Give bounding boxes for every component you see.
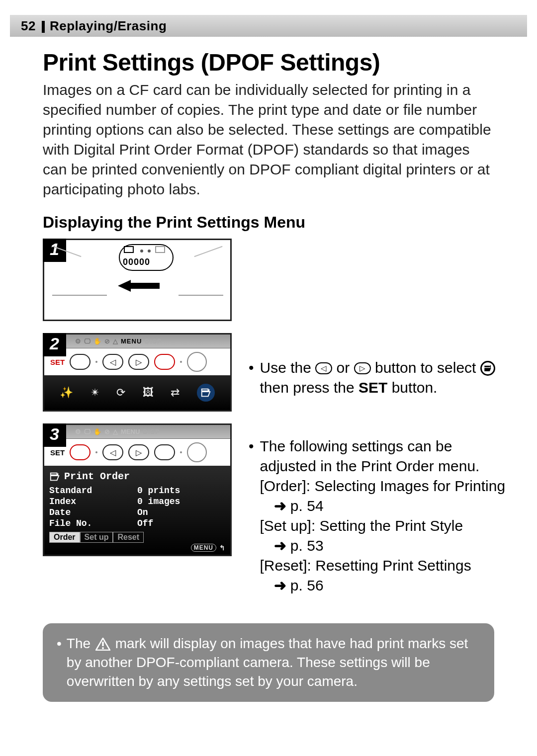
tab-icon: 🖵 (84, 428, 90, 435)
left-button-inline-icon: ◁ (315, 362, 332, 374)
menu-item-icon: 🖼 (143, 386, 154, 399)
menu-pill: MENU (191, 544, 216, 552)
print-order-menu-icon (197, 384, 215, 402)
set-label: SET (50, 448, 65, 457)
svg-rect-0 (102, 642, 103, 646)
step-3-badge: 3 (43, 423, 66, 447)
screen-row: Standard0 prints (49, 485, 225, 496)
disp-button-icon (187, 442, 207, 462)
menu-item-icon: ✨ (60, 386, 73, 399)
tab-icon: ⊘ (104, 337, 110, 345)
playback-icon (124, 246, 134, 253)
tab-icon: 🖵 (84, 337, 90, 345)
ref-item: [Set up]: Setting the Print Style (260, 516, 512, 536)
step-3-instruction: • The following settings can be adjusted… (249, 436, 512, 595)
tab-icon: ⊘ (104, 428, 110, 435)
menu-button-icon (154, 444, 175, 460)
ref-item: [Reset]: Resetting Print Settings (260, 556, 512, 576)
menu-item-icon: ✴ (90, 386, 99, 399)
menu-item-icon: ⟳ (116, 386, 125, 399)
page-title: Print Settings (DPOF Settings) (43, 49, 512, 76)
tab-icon: △ (113, 337, 118, 345)
ref-item: [Order]: Selecting Images for Printing (260, 476, 512, 496)
frame-counter: 00000 (123, 257, 150, 267)
sub-heading: Displaying the Print Settings Menu (43, 213, 512, 232)
set-label: SET (50, 358, 65, 366)
disp-label: DISP (143, 428, 160, 435)
set-button-icon (70, 444, 90, 460)
step-2-instruction: • Use the ◁ or ▷ button to select then p… (249, 358, 512, 398)
menu-label: MENU (121, 337, 142, 345)
screen-tabs: Order Set up Reset (49, 532, 225, 543)
step-3-figure: 3 ⚙ 🖵 ✋ ⊘ △ MENU DISP SET (43, 423, 232, 556)
print-order-screen: Print Order Standard0 prints Index0 imag… (44, 466, 230, 555)
ref-arrow-icon: ➜ (274, 537, 286, 554)
left-button-icon: ◁ (102, 354, 123, 370)
tab-icon: ⚙ (75, 428, 81, 435)
left-button-icon: ◁ (102, 444, 123, 460)
tab-setup: Set up (80, 532, 113, 543)
step-2-figure: 2 ⚙ 🖵 ✋ ⊘ △ MENU DISP SET (43, 333, 232, 412)
tab-order: Order (49, 532, 80, 543)
right-button-icon: ▷ (128, 444, 149, 460)
right-button-inline-icon: ▷ (354, 362, 371, 374)
back-icon: ↰ (219, 544, 225, 552)
menu-icon-row: ✨ ✴ ⟳ 🖼 ⇄ (44, 375, 230, 410)
tab-icon: ✋ (93, 428, 101, 435)
menu-label-dim: MENU (121, 428, 140, 435)
slide-arrow-icon (118, 280, 158, 292)
set-bold: SET (358, 379, 387, 396)
ref-arrow-icon: ➜ (274, 498, 286, 514)
running-header: 52 Replaying/Erasing (10, 15, 527, 37)
tab-icon: ⚙ (75, 337, 81, 345)
tab-reset: Reset (113, 532, 144, 543)
screen-row: DateOn (49, 507, 225, 518)
screen-row: Index0 images (49, 496, 225, 507)
disp-label: DISP (145, 337, 162, 345)
screen-title: Print Order (64, 471, 130, 482)
intro-paragraph: Images on a CF card can be individually … (43, 80, 494, 199)
page-number: 52 (21, 18, 36, 34)
section-title: Replaying/Erasing (50, 18, 167, 34)
step-1-figure: 1 00000 (43, 239, 232, 321)
menu-button-icon (154, 354, 175, 370)
tab-icon: ✋ (93, 337, 101, 345)
print-order-icon (49, 471, 60, 482)
set-button-icon (70, 354, 90, 370)
warning-note: • The mark will display on images that h… (43, 623, 494, 702)
menu-item-icon: ⇄ (171, 386, 179, 399)
right-button-icon: ▷ (128, 354, 149, 370)
warning-icon (94, 637, 111, 651)
ref-arrow-icon: ➜ (274, 577, 286, 593)
step-2-badge: 2 (43, 333, 66, 356)
screen-row: File No.Off (49, 518, 225, 529)
svg-point-1 (102, 647, 104, 649)
print-order-inline-icon (480, 361, 495, 376)
header-separator (42, 21, 45, 33)
tab-icon: △ (113, 428, 118, 435)
camera-icon (155, 246, 165, 253)
disp-button-icon (187, 352, 207, 372)
